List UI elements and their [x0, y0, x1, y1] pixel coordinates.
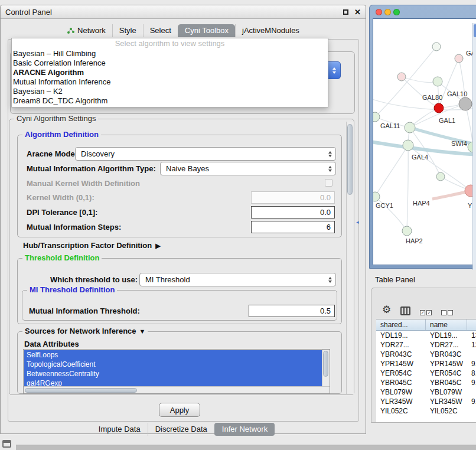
- dpi-tolerance-input[interactable]: 0.0: [251, 206, 335, 219]
- unselect-all-columns-icon[interactable]: [441, 310, 453, 315]
- control-panel-titlebar[interactable]: Control Panel ✕: [1, 5, 366, 19]
- table-row[interactable]: YDL19... YDL19... 13: [376, 331, 476, 340]
- tab-infer-network[interactable]: Infer Network: [214, 423, 275, 436]
- table-cell: YBR043C: [426, 350, 467, 359]
- algorithm-option[interactable]: Mutual Information Inference: [12, 77, 328, 87]
- table-cell: [467, 350, 476, 359]
- column-header[interactable]: shared...: [376, 319, 426, 330]
- collapsed-arrow-icon: ▶: [155, 241, 160, 250]
- combo-stepper-icon: [328, 277, 332, 283]
- algorithm-dropdown-popup: Select algorithm to view settings Bayesi…: [11, 38, 328, 107]
- minimized-panel-icon[interactable]: [2, 440, 11, 448]
- network-node[interactable]: [455, 54, 463, 63]
- tab-discretize-data[interactable]: Discretize Data: [148, 423, 214, 436]
- mac-zoom-icon[interactable]: [393, 9, 400, 15]
- table-row[interactable]: YER054C YER054C 8.: [376, 369, 476, 378]
- list-hscrollbar-thumb[interactable]: [25, 388, 137, 393]
- mac-minimize-icon[interactable]: [384, 9, 391, 15]
- algorithm-option[interactable]: Dream8 DC_TDC Algorithm: [12, 96, 328, 106]
- network-vscrollbar-thumb[interactable]: [474, 24, 476, 37]
- list-hscrollbar-track[interactable]: [24, 386, 330, 393]
- network-node[interactable]: [459, 97, 472, 110]
- manual-kernel-checkbox[interactable]: [325, 179, 332, 187]
- network-node[interactable]: [373, 192, 380, 201]
- column-browser-icon[interactable]: [400, 306, 410, 315]
- mi-steps-input[interactable]: 6: [251, 221, 335, 233]
- tab-cyni-toolbox-label: Cyni Toolbox: [185, 26, 229, 35]
- table-toolbar: ⚙ ✓ ✓: [371, 288, 476, 319]
- table-cell: [467, 406, 476, 416]
- tab-network-label: Network: [77, 26, 106, 35]
- list-vscrollbar-track[interactable]: [322, 350, 330, 386]
- gear-icon[interactable]: ⚙: [382, 305, 391, 315]
- network-node[interactable]: [397, 73, 406, 81]
- settings-scrollbar-thumb[interactable]: [347, 124, 353, 195]
- column-header[interactable]: [467, 319, 476, 330]
- network-node[interactable]: [405, 122, 415, 133]
- kernel-width-value: 0.0: [320, 193, 331, 202]
- select-all-columns-icon[interactable]: ✓ ✓: [420, 310, 432, 315]
- algorithm-definition-title: Algorithm Definition: [22, 130, 101, 139]
- panel-splitter-handle[interactable]: ◂: [356, 219, 359, 225]
- mi-type-label: Mutual Information Algorithm Type:: [27, 164, 156, 174]
- aracne-mode-combo[interactable]: Discovery: [75, 147, 336, 161]
- close-icon[interactable]: ✕: [354, 8, 361, 17]
- float-window-icon[interactable]: [343, 9, 348, 15]
- mi-type-combo[interactable]: Naive Bayes: [160, 162, 336, 175]
- which-threshold-combo[interactable]: MI Threshold: [139, 273, 336, 286]
- network-view-window: GAL GAL80 GAL10 GAL11 GAL1 SWI4 GAL4 GCY…: [369, 5, 476, 269]
- network-node[interactable]: [373, 112, 380, 122]
- table-row[interactable]: YBR043C YBR043C: [376, 350, 476, 359]
- apply-button[interactable]: Apply: [159, 403, 200, 417]
- algorithm-option[interactable]: Bayesian – K2: [12, 87, 328, 96]
- table-cell: YBR045C: [426, 378, 467, 387]
- network-canvas[interactable]: GAL GAL80 GAL10 GAL11 GAL1 SWI4 GAL4 GCY…: [373, 18, 476, 265]
- table-row[interactable]: YPR145W YPR145W 9.: [376, 359, 476, 369]
- list-vscrollbar-thumb[interactable]: [323, 351, 328, 377]
- table-panel-window: ⚙ ✓ ✓ shared... name YDL19... YDL19... 1…: [371, 288, 476, 423]
- kernel-width-input[interactable]: 0.0: [251, 191, 335, 204]
- sources-group-toggle[interactable]: Sources for Network Inference ▼: [22, 327, 148, 335]
- network-window-titlebar[interactable]: [370, 5, 476, 18]
- mac-close-icon[interactable]: [376, 9, 382, 15]
- table-row[interactable]: YDR27... YDR27... 12: [376, 340, 476, 350]
- tab-impute-data[interactable]: Impute Data: [92, 423, 148, 436]
- settings-scrollbar-track[interactable]: [346, 122, 354, 394]
- list-item[interactable]: SelfLoops: [24, 350, 322, 360]
- network-node[interactable]: [402, 226, 412, 236]
- network-node-label: Y: [468, 202, 472, 209]
- tab-select[interactable]: Select: [143, 24, 178, 37]
- mi-threshold-input[interactable]: 0.5: [249, 305, 335, 317]
- tab-jactivemnodules[interactable]: jActiveMNodules: [235, 24, 306, 37]
- tab-network[interactable]: Network: [60, 24, 112, 37]
- table-cell: YER054C: [376, 369, 426, 378]
- network-node[interactable]: [433, 77, 442, 86]
- list-item[interactable]: BetweennessCentrality: [24, 369, 322, 379]
- tab-cyni-toolbox[interactable]: Cyni Toolbox: [178, 24, 235, 37]
- network-node[interactable]: [434, 103, 444, 113]
- combo-stepper-icon: [328, 166, 332, 172]
- column-header[interactable]: name: [426, 319, 467, 330]
- table-cell: YDR27...: [376, 340, 426, 350]
- algorithm-option[interactable]: Basic Correlation Inference: [12, 58, 328, 68]
- algorithm-combo-arrow-button[interactable]: [328, 61, 341, 79]
- network-node[interactable]: [436, 172, 445, 181]
- network-node[interactable]: [403, 140, 413, 151]
- table-cell: YPR145W: [426, 359, 467, 369]
- algorithm-option-selected[interactable]: ARACNE Algorithm: [12, 68, 328, 77]
- table-row[interactable]: YBR045C YBR045C 9.: [376, 378, 476, 387]
- table-cell: YIL052C: [376, 406, 426, 416]
- hub-definition-toggle[interactable]: Hub/Transcription Factor Definition ▶: [23, 241, 161, 250]
- algorithm-option[interactable]: Bayesian – Hill Climbing: [12, 49, 328, 58]
- network-vscrollbar-track[interactable]: [472, 23, 476, 270]
- data-attributes-list[interactable]: SelfLoops TopologicalCoefficient Between…: [23, 349, 330, 394]
- bottom-tabs: Impute Data Discretize Data Infer Networ…: [1, 422, 366, 436]
- control-panel-title: Control Panel: [5, 8, 52, 17]
- table-row[interactable]: YIL052C YIL052C: [376, 406, 476, 416]
- expanded-arrow-icon: ▼: [139, 328, 146, 335]
- list-item[interactable]: TopologicalCoefficient: [24, 360, 322, 369]
- network-node[interactable]: [432, 43, 441, 51]
- table-row[interactable]: YBL079W YBL079W: [376, 387, 476, 397]
- tab-style[interactable]: Style: [112, 24, 143, 37]
- table-row[interactable]: YLR345W YLR345W 9.: [376, 397, 476, 406]
